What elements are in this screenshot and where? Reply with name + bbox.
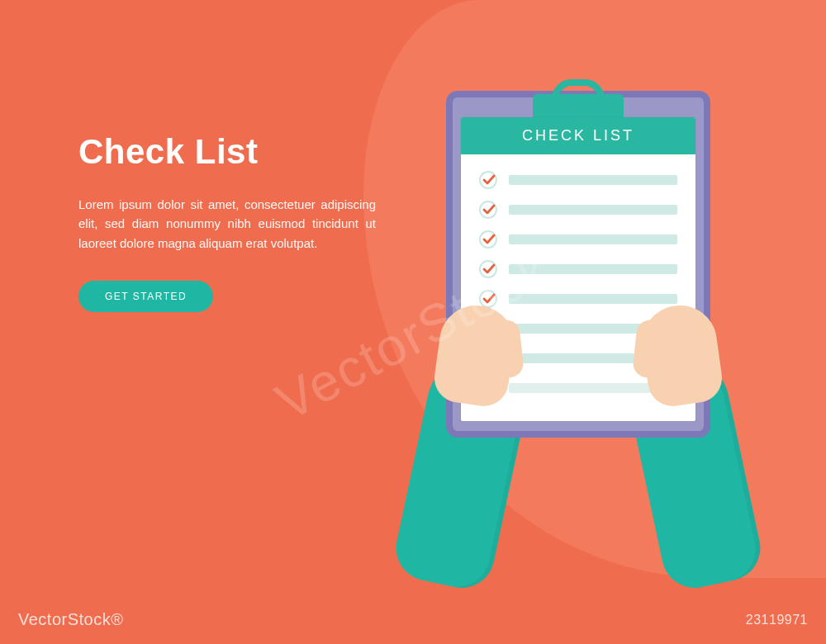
checkmark-icon (479, 201, 497, 219)
get-started-button[interactable]: GET STARTED (78, 281, 213, 312)
checkmark-icon (479, 260, 497, 278)
hand-right (638, 301, 725, 409)
checklist-row (479, 201, 677, 219)
checklist-row (479, 230, 677, 249)
watermark-brand: VectorStock® (18, 610, 123, 629)
checklist-row (479, 290, 677, 308)
checklist-row (479, 260, 677, 278)
checklist-text-bar (509, 294, 677, 304)
checklist-text-bar (509, 205, 677, 215)
clipboard-illustration: CHECK LIST (396, 58, 760, 586)
clipboard-heading: CHECK LIST (461, 117, 695, 154)
hero-copy: Check List Lorem ipsum dolor sit amet, c… (78, 132, 376, 312)
checkmark-icon (479, 230, 497, 249)
hero-banner: Check List Lorem ipsum dolor sit amet, c… (0, 0, 826, 644)
checklist-text-bar (509, 234, 677, 244)
checklist-row (479, 171, 677, 189)
hero-body: Lorem ipsum dolor sit amet, consectetuer… (78, 195, 376, 253)
checklist-text-bar (509, 175, 677, 185)
watermark-id: 23119971 (746, 613, 808, 627)
checkmark-icon (479, 171, 497, 189)
hero-title: Check List (78, 132, 376, 172)
checklist-text-bar (509, 264, 677, 274)
